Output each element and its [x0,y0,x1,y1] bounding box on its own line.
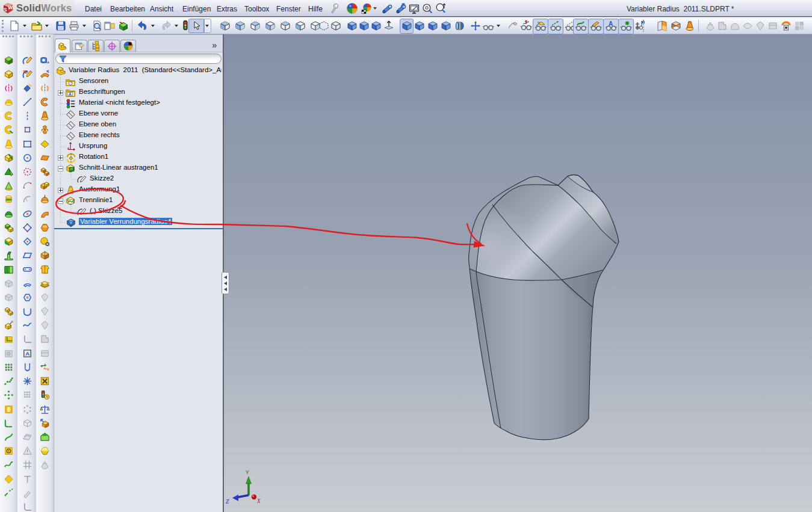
svg-text:3D: 3D [23,70,28,74]
svg-text:A: A [25,350,29,357]
svg-text:S: S [4,7,7,13]
svg-text:W: W [8,5,13,11]
svg-text:Z: Z [226,499,229,505]
svg-text:X: X [256,498,261,504]
svg-text:A: A [69,92,72,96]
svg-text:Y: Y [246,469,249,475]
